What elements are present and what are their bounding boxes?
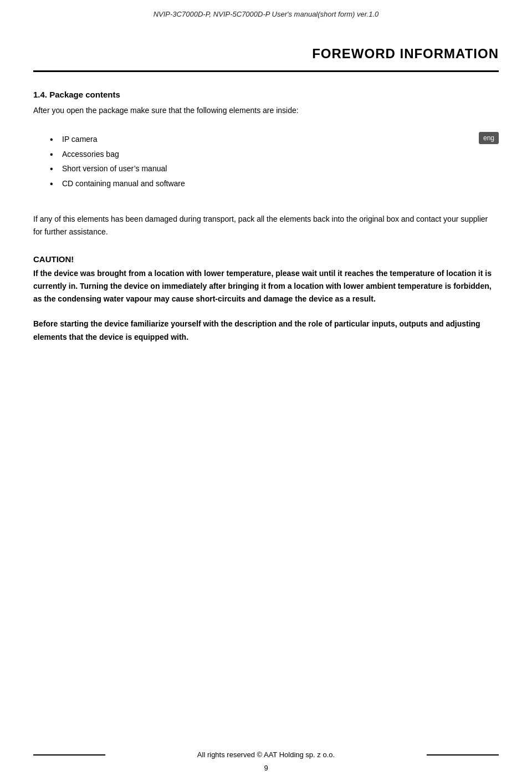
before-text: Before starting the device familiarize y… [33,318,499,343]
caution-heading: CAUTION! [33,254,499,264]
damage-text: If any of this elements has been damaged… [33,213,499,238]
page-container: NVIP-3C7000D-P, NVIP-5C7000D-P User's ma… [0,0,532,781]
page-header: NVIP-3C7000D-P, NVIP-5C7000D-P User's ma… [33,0,499,24]
header-title: NVIP-3C7000D-P, NVIP-5C7000D-P User's ma… [154,10,379,18]
section-heading: 1.4. Package contents [33,90,499,99]
footer-line-left [33,754,105,756]
list-section-wrapper: IP camera Accessories bag Short version … [33,132,499,191]
bullet-list: IP camera Accessories bag Short version … [50,132,499,191]
page-title: FOREWORD INFORMATION [312,46,499,61]
list-item: CD containing manual and software [50,176,499,191]
intro-text: After you open the package make sure tha… [33,105,499,116]
list-item: IP camera [50,132,499,147]
content-area: 1.4. Package contents After you open the… [33,84,499,344]
title-divider [33,70,499,72]
footer-copyright: All rights reserved © AAT Holding sp. z … [197,751,335,759]
title-section: FOREWORD INFORMATION [33,24,499,67]
caution-text: If the device was brought from a locatio… [33,267,499,305]
page-footer: All rights reserved © AAT Holding sp. z … [33,751,499,759]
lang-badge: eng [479,132,499,144]
list-item: Short version of user’s manual [50,161,499,176]
footer-line-right [427,754,499,756]
page-number: 9 [0,764,532,772]
list-item: Accessories bag [50,147,499,162]
